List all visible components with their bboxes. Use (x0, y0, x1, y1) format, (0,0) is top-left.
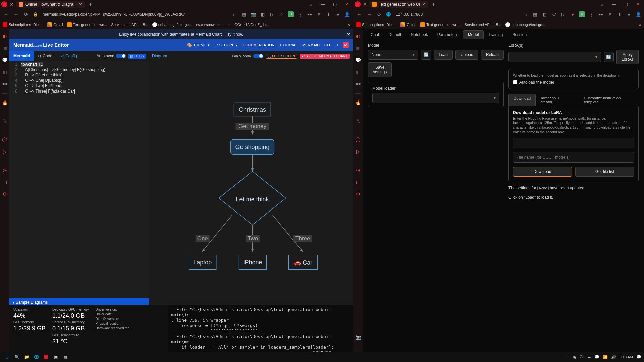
camera-icon[interactable]: 📷 (250, 11, 256, 17)
browser-tab[interactable]: Text generation web UI ✕ (369, 1, 428, 8)
tab-close-icon[interactable]: ✕ (422, 2, 425, 7)
tb-shield-tray-icon[interactable]: 🛡 (580, 355, 584, 359)
tab-training[interactable]: Training (484, 31, 507, 39)
sb-gear-icon[interactable]: ⚙ (355, 191, 361, 197)
promo-cta[interactable]: Try it now (226, 32, 243, 37)
bookmark-youtube[interactable]: Subscriptions - You... (356, 22, 396, 27)
code-editor[interactable]: 123456 flowchart TD A[Christmas] -->|Get… (9, 61, 149, 298)
sb-play-icon[interactable]: ▷ (2, 148, 8, 155)
sb-chat-icon[interactable]: 💬 (355, 57, 361, 63)
promo-close-icon[interactable]: ✕ (347, 32, 350, 37)
save-chart-button[interactable]: ♥ SAVE TO MERMAID CHART (300, 54, 350, 59)
tab-code[interactable]: ⟨⟩ Code (34, 51, 56, 61)
sb-glasses-icon[interactable]: 👓 (355, 81, 361, 87)
close-prev-icon[interactable]: ✕ (9, 2, 14, 7)
bookmark-gmail[interactable]: Gmail (47, 22, 63, 27)
sb-bag-icon[interactable]: ▣ (2, 45, 8, 51)
tb-wifi-icon[interactable]: 📶 (603, 355, 608, 359)
glasses-icon[interactable]: 👓 (307, 11, 313, 17)
sb-ai-icon[interactable]: ◐ (2, 33, 8, 39)
tb-chrome-icon[interactable]: ◉ (573, 355, 576, 359)
tb-time[interactable]: 9:13 AM (620, 355, 633, 359)
tab-default[interactable]: Default (384, 31, 406, 39)
windows-taskbar[interactable]: ⊞ 🔍 📁 🌐 ▣ ▦ ⌃ ◉ 🛡 ☁ 💬 📶 🔊 9:13 AM 💬 (0, 352, 644, 362)
security-link[interactable]: 🛡 SECURITY (214, 43, 238, 47)
tb-message-icon[interactable]: 💬 (594, 355, 599, 359)
sb-x-icon[interactable]: 𝕏 (2, 118, 8, 124)
unload-button[interactable]: Unload (455, 50, 478, 60)
lock-icon[interactable]: 🔒 (33, 12, 38, 17)
sb-circle-icon[interactable]: ◯ (2, 136, 8, 142)
bookmark-gmail[interactable]: Gmail (400, 22, 416, 27)
sb-chat-icon[interactable]: 💬 (2, 57, 8, 63)
tab-parameters[interactable]: Parameters (433, 31, 463, 39)
heart-icon[interactable]: ♡ (278, 11, 284, 17)
new-tab-button[interactable]: + (87, 1, 94, 7)
close-window-button[interactable]: ✕ (342, 1, 352, 8)
maximize-button[interactable]: ▢ (330, 1, 339, 8)
extension-icon[interactable]: ⎚ (607, 11, 613, 17)
apply-loras-button[interactable]: Apply LoRAs (616, 50, 639, 64)
sb-ai-icon[interactable]: ◐ (355, 33, 361, 39)
autosync-toggle[interactable] (116, 54, 126, 58)
minimize-button[interactable]: — (609, 1, 619, 8)
cast-icon[interactable]: ⟫ (297, 11, 303, 17)
close-window-button[interactable]: ✕ (633, 1, 643, 8)
tb-chevron-icon[interactable]: ⌃ (566, 355, 570, 359)
cube-icon[interactable]: ◧ (541, 11, 547, 17)
sb-clock-icon[interactable]: ◷ (355, 167, 361, 173)
cli-link[interactable]: CLI (324, 43, 330, 47)
reload-button[interactable]: ⟳ (376, 11, 383, 18)
new-tab-button[interactable]: + (430, 1, 437, 7)
model-refresh-icon[interactable]: 🔄 (421, 50, 431, 60)
get-file-list-button[interactable]: Get file list (575, 167, 634, 177)
model-select[interactable]: None (368, 50, 418, 60)
docs-button[interactable]: ▤ DOCS (128, 54, 146, 59)
sb-x-icon[interactable]: 𝕏 (355, 118, 361, 124)
cast-icon[interactable]: ⟫ (588, 11, 594, 17)
sb-more-icon[interactable]: ⋯ (355, 346, 361, 352)
sb-flame-icon[interactable]: 🔥 (2, 100, 8, 106)
tab-mermaid[interactable]: Mermaid (9, 51, 34, 61)
documentation-link[interactable]: DOCUMENTATION (243, 43, 275, 47)
bookmark-service[interactable]: Service and APIs - B... (111, 23, 148, 27)
tab-config[interactable]: ⚙ Config (56, 51, 81, 61)
qr-icon[interactable]: ▦ (241, 11, 247, 17)
bookmark-textgen[interactable]: Text generation we... (420, 22, 461, 27)
terminal-output[interactable]: File "C:\Users\Administrator\Desktop\tex… (168, 305, 353, 352)
download-button[interactable]: Download (513, 167, 572, 177)
tab-session[interactable]: Session (507, 31, 531, 39)
shield-icon[interactable]: U (579, 11, 585, 17)
panzoom-toggle[interactable] (253, 54, 263, 58)
code-content[interactable]: flowchart TD A[Christmas] -->|Get money|… (19, 61, 149, 298)
profile-icon[interactable]: 👤 (635, 11, 641, 17)
bookmark-ooba[interactable]: oobabooga/text-ge... (152, 22, 192, 27)
tb-cloud-icon[interactable]: ☁ (587, 355, 591, 359)
address-bar[interactable]: mermaid.live/edit#pako:eNpVkMFqwzAMhl9F-… (41, 12, 228, 17)
load-button[interactable]: Load (434, 50, 453, 60)
tb-terminal-icon[interactable]: ▣ (51, 353, 60, 361)
tb-volume-icon[interactable]: 🔊 (611, 355, 616, 359)
menu-icon[interactable]: ≡ (626, 11, 632, 17)
tb-notifications-icon[interactable]: 💬 (636, 355, 641, 359)
search-page-icon[interactable]: ⌕ (231, 11, 237, 17)
search-icon[interactable]: ⌕ (597, 1, 606, 8)
mermaid-logo[interactable]: Mermaidv10.9.0 Live Editor (13, 42, 69, 48)
play-icon[interactable]: ▷ (269, 11, 275, 17)
search-icon[interactable]: ⌕ (306, 1, 315, 8)
forward-button[interactable]: → (366, 11, 373, 18)
extension-icon[interactable]: ⎚ (316, 11, 322, 17)
bookmarks-more-icon[interactable]: » (348, 22, 350, 27)
sb-clock-icon[interactable]: ◷ (2, 167, 8, 173)
mermaid-chart-icon[interactable]: M (343, 42, 349, 48)
sb-circle-icon[interactable]: ◯ (355, 136, 361, 142)
sb-box-icon[interactable]: ◫ (2, 179, 8, 185)
play-icon[interactable]: ▷ (560, 11, 566, 17)
sb-box-icon[interactable]: ◫ (355, 179, 361, 185)
back-button[interactable]: ← (3, 11, 9, 18)
opera-icon[interactable] (1, 1, 7, 7)
reload-model-button[interactable]: Reload (481, 50, 504, 60)
save-settings-button[interactable]: Save settings (368, 62, 392, 77)
sb-play-icon[interactable]: ▷ (355, 148, 361, 155)
opera-icon[interactable] (355, 1, 361, 7)
